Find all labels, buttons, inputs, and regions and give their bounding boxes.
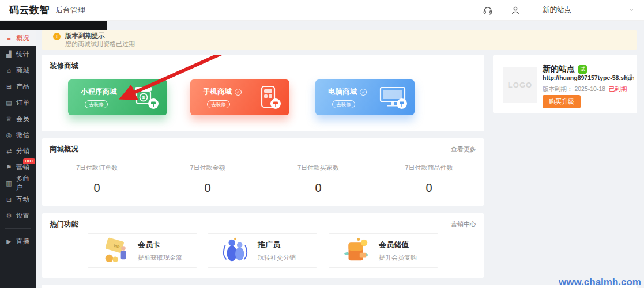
sidebar-item-label: 分销 — [16, 147, 29, 156]
banner-message: 您的商城试用资格已过期 — [65, 40, 135, 48]
watermark: www.chalmh.com — [559, 276, 641, 288]
mall-icon: ⌂ — [5, 67, 13, 74]
decorate-section-title: 装修商城 — [50, 61, 78, 71]
miniprogram-shop-icon: S — [131, 85, 161, 113]
mobile-mall-card[interactable]: 手机商城 ✓ 去装修 — [190, 79, 289, 115]
products-icon: ⊞ — [5, 83, 13, 90]
stats-row: 7日付款订单数 0 7日付款金额 0 7日付款买家数 0 7日付款商品件数 0 — [42, 164, 484, 195]
support-headset-icon[interactable] — [482, 5, 494, 16]
hot-badge: HOT — [23, 158, 35, 164]
header-actions: 新的站点 — [482, 5, 635, 16]
multi-merchant-icon: ▥ — [5, 180, 13, 187]
sidebar-item-label: 产品 — [16, 82, 29, 91]
version-date: 2025-10-18 — [574, 85, 605, 92]
sidebar-item-label: 商城 — [16, 66, 29, 75]
sidebar-item-label: 直播 — [16, 237, 29, 246]
user-icon[interactable] — [510, 5, 521, 16]
sidebar-item-overview[interactable]: ≡ 概况 — [0, 30, 36, 46]
decorate-miniprogram-button[interactable]: 去装修 — [85, 100, 108, 108]
verified-check-icon: ✓ — [235, 89, 242, 96]
chevron-down-icon — [628, 5, 635, 16]
sidebar-item-settings[interactable]: ⚙ 设置 — [0, 207, 36, 223]
site-url-link[interactable]: http://huang897157type-58.shanxi... — [543, 74, 634, 81]
sidebar-item-label: 订单 — [16, 98, 29, 107]
site-info-card: LOGO 新的站点 试 http://huang897157type-58.sh… — [493, 55, 637, 113]
mall-overview-card: 商城概况 查看更多 7日付款订单数 0 7日付款金额 0 7日付款买家数 0 7… — [42, 138, 484, 206]
wechat-icon: ◎ — [5, 131, 13, 139]
sidebar-item-label: 统计 — [16, 50, 29, 59]
statistics-icon: ▟ — [5, 51, 13, 58]
sidebar-divider — [5, 228, 31, 229]
miniprogram-mall-card[interactable]: 小程序商城 去装修 S — [68, 79, 167, 115]
promoter-illustration — [221, 235, 250, 266]
sidebar-item-interaction[interactable]: ⊡ 互动 — [0, 191, 36, 207]
sidebar-item-members[interactable]: ♕ 会员 — [0, 111, 36, 127]
live-icon: ▶ — [5, 238, 13, 245]
site-selector-label: 新的站点 — [543, 5, 571, 15]
settings-icon: ⚙ — [5, 212, 13, 219]
sidebar-top-bar — [0, 21, 107, 30]
sidebar-item-multi-merchant[interactable]: ▥ 多商户 — [0, 175, 36, 191]
verified-check-icon: ✓ — [360, 89, 367, 96]
marketing-icon: ⚑ — [5, 164, 13, 171]
hot-features-card: 热门功能 营销中心 VIP 会员卡 提前获取现金流 — [42, 213, 484, 278]
sidebar-item-orders[interactable]: ▤ 订单 — [0, 94, 36, 111]
distribution-icon: ⇄ — [5, 147, 13, 155]
feature-member-card[interactable]: VIP 会员卡 提前获取现金流 — [88, 233, 197, 268]
site-name: 新的站点 — [543, 64, 575, 74]
open-site-icon[interactable] — [625, 74, 632, 84]
sidebar-item-label: 互动 — [16, 195, 29, 204]
version-expiry-row: 版本到期： 2025-10-18 已到期 — [543, 85, 627, 93]
pc-mall-title: 电脑商城 ✓ — [328, 87, 367, 97]
sidebar-item-statistics[interactable]: ▟ 统计 — [0, 46, 36, 62]
top-header: 码云数智 后台管理 新的站点 — [0, 0, 644, 21]
stat-paid-orders: 7日付款订单数 0 — [42, 164, 152, 195]
site-selector-dropdown[interactable]: 新的站点 — [543, 5, 635, 16]
desktop-monitor-icon — [379, 85, 409, 113]
sidebar-nav: ≡ 概况 ▟ 统计 ⌂ 商城 ⊞ 产品 ▤ 订单 ♕ 会员 ◎ 微信 ⇄ 分销 … — [0, 21, 36, 288]
mobile-phone-icon — [254, 85, 284, 113]
page-title: 后台管理 — [55, 5, 85, 16]
sidebar-item-label: 营销 — [16, 163, 29, 172]
sidebar-item-label: 多商户 — [16, 175, 36, 192]
stat-paid-buyers: 7日付款买家数 0 — [263, 164, 374, 195]
trial-badge: 试 — [578, 65, 587, 74]
brand-logo: 码云数智 — [9, 3, 50, 17]
miniprogram-mall-title: 小程序商城 — [81, 87, 117, 97]
sidebar-item-wechat[interactable]: ◎ 微信 — [0, 127, 36, 143]
sidebar-item-distribution[interactable]: ⇄ 分销 — [0, 143, 36, 159]
stored-value-illustration — [342, 235, 371, 266]
bottom-partial-card — [42, 285, 637, 288]
sidebar-item-label: 微信 — [16, 131, 29, 139]
feature-promoter[interactable]: 推广员 玩转社交分销 — [208, 233, 317, 268]
main-content: ! 版本到期提示 您的商城试用资格已过期 装修商城 小程序商城 去装修 S — [36, 21, 644, 288]
stat-paid-amount: 7日付款金额 0 — [152, 164, 263, 195]
stat-paid-items: 7日付款商品件数 0 — [374, 164, 484, 195]
members-icon: ♕ — [5, 115, 13, 123]
membercard-illustration: VIP — [101, 235, 130, 266]
sidebar-item-label: 设置 — [16, 211, 29, 220]
feature-stored-value[interactable]: 会员储值 提升会员复购 — [329, 233, 438, 268]
sidebar-item-label: 会员 — [16, 115, 29, 123]
sidebar-item-live[interactable]: ▶ 直播 — [0, 233, 36, 249]
expired-status: 已到期 — [609, 85, 627, 92]
buy-upgrade-button[interactable]: 购买升级 — [543, 95, 581, 108]
orders-icon: ▤ — [5, 99, 13, 107]
pc-mall-card[interactable]: 电脑商城 ✓ 去装修 — [315, 79, 415, 115]
sidebar-item-mall[interactable]: ⌂ 商城 — [0, 62, 36, 78]
version-expiry-banner: ! 版本到期提示 您的商城试用资格已过期 — [42, 30, 637, 50]
decorate-mobile-button[interactable]: 去装修 — [207, 100, 230, 108]
interaction-icon: ⊡ — [5, 196, 13, 203]
warning-icon: ! — [53, 33, 61, 40]
overview-section-title: 商城概况 — [50, 145, 78, 154]
marketing-center-link[interactable]: 营销中心 — [451, 220, 476, 229]
overview-icon: ≡ — [5, 35, 13, 41]
sidebar-item-products[interactable]: ⊞ 产品 — [0, 78, 36, 94]
header-divider — [533, 6, 533, 15]
decorate-pc-button[interactable]: 去装修 — [332, 100, 355, 108]
site-logo-placeholder: LOGO — [503, 67, 537, 103]
banner-title: 版本到期提示 — [65, 32, 135, 40]
view-more-link[interactable]: 查看更多 — [451, 145, 476, 154]
svg-text:S: S — [142, 95, 145, 100]
sidebar-item-marketing[interactable]: ⚑ 营销 HOT — [0, 159, 36, 175]
